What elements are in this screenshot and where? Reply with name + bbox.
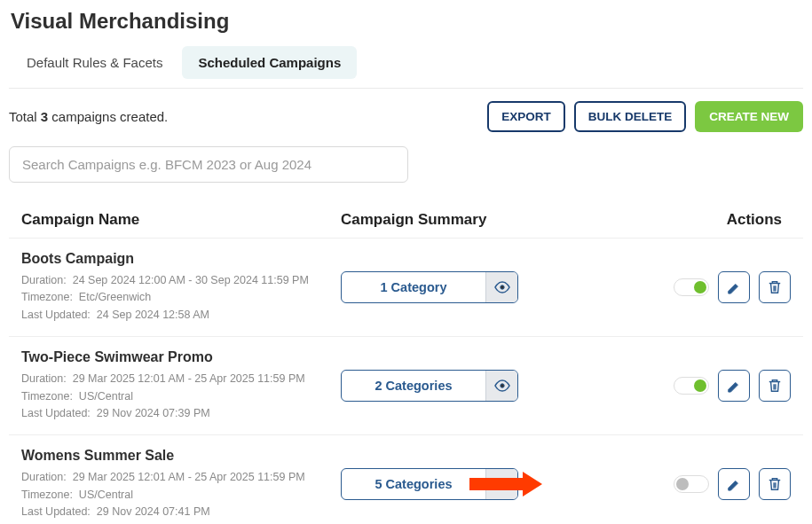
annotation-arrow-icon — [469, 472, 542, 497]
search-input[interactable] — [9, 146, 408, 183]
campaign-timezone: Timezone: US/Central — [21, 487, 341, 504]
table-header: Campaign Name Campaign Summary Actions — [9, 202, 803, 239]
delete-button[interactable] — [759, 370, 791, 402]
campaign-name: Womens Summer Sale — [21, 448, 341, 464]
campaign-timezone: Timezone: Etc/Greenwich — [21, 289, 341, 306]
eye-icon[interactable] — [485, 272, 517, 302]
table-row: Boots Campaign Duration: 24 Sep 2024 12:… — [9, 239, 803, 337]
table-row: Womens Summer Sale Duration: 29 Mar 2025… — [9, 435, 803, 524]
campaign-duration: Duration: 29 Mar 2025 12:01 AM - 25 Apr … — [21, 469, 341, 486]
campaign-summary-cell: 2 Categories — [341, 370, 554, 402]
bulk-delete-button[interactable]: BULK DELETE — [574, 101, 687, 132]
campaign-last-updated: Last Updated: 29 Nov 2024 07:39 PM — [21, 405, 341, 422]
enable-toggle[interactable] — [674, 377, 709, 395]
count-value: 3 — [41, 109, 48, 124]
tabs: Default Rules & Facets Scheduled Campaig… — [11, 46, 803, 79]
col-header-actions: Actions — [554, 211, 791, 229]
campaign-count-text: Total 3 campaigns created. — [9, 109, 168, 124]
campaign-duration: Duration: 24 Sep 2024 12:00 AM - 30 Sep … — [21, 272, 341, 289]
campaign-info: Womens Summer Sale Duration: 29 Mar 2025… — [21, 448, 341, 520]
pencil-icon — [727, 379, 741, 393]
summary-pill[interactable]: 1 Category — [341, 271, 518, 303]
campaign-info: Two-Piece Swimwear Promo Duration: 29 Ma… — [21, 349, 341, 422]
col-header-name: Campaign Name — [21, 211, 341, 229]
divider — [9, 88, 803, 89]
eye-icon[interactable] — [485, 371, 517, 401]
page-title: Visual Merchandising — [11, 9, 803, 34]
edit-button[interactable] — [718, 271, 750, 303]
tab-scheduled-campaigns[interactable]: Scheduled Campaigns — [182, 46, 357, 79]
summary-text: 5 Categories — [342, 469, 485, 499]
trash-icon — [768, 379, 782, 393]
create-new-button[interactable]: CREATE NEW — [695, 101, 803, 132]
summary-pill[interactable]: 2 Categories — [341, 370, 518, 402]
enable-toggle[interactable] — [674, 278, 709, 296]
tab-default-rules[interactable]: Default Rules & Facets — [11, 46, 178, 79]
actions-cell — [554, 468, 791, 500]
campaign-name: Boots Campaign — [21, 251, 341, 267]
campaign-duration: Duration: 29 Mar 2025 12:01 AM - 25 Apr … — [21, 371, 341, 387]
trash-icon — [768, 477, 782, 491]
col-header-summary: Campaign Summary — [341, 211, 554, 229]
campaign-timezone: Timezone: US/Central — [21, 388, 341, 405]
edit-button[interactable] — [718, 468, 750, 500]
count-suffix: campaigns created. — [48, 109, 168, 124]
campaign-info: Boots Campaign Duration: 24 Sep 2024 12:… — [21, 251, 341, 324]
edit-button[interactable] — [718, 370, 750, 402]
top-actions: EXPORT BULK DELETE CREATE NEW — [487, 101, 803, 132]
campaign-last-updated: Last Updated: 24 Sep 2024 12:58 AM — [21, 307, 341, 324]
pencil-icon — [727, 477, 741, 491]
count-prefix: Total — [9, 109, 41, 124]
actions-cell — [554, 370, 791, 402]
export-button[interactable]: EXPORT — [487, 101, 565, 132]
pencil-icon — [727, 280, 741, 294]
summary-text: 1 Category — [342, 272, 485, 302]
delete-button[interactable] — [759, 271, 791, 303]
trash-icon — [768, 280, 782, 294]
campaign-summary-cell: 1 Category — [341, 271, 554, 303]
campaign-last-updated: Last Updated: 29 Nov 2024 07:41 PM — [21, 504, 341, 520]
delete-button[interactable] — [759, 468, 791, 500]
campaign-name: Two-Piece Swimwear Promo — [21, 349, 341, 365]
summary-text: 2 Categories — [342, 371, 485, 401]
table-row: Two-Piece Swimwear Promo Duration: 29 Ma… — [9, 337, 803, 435]
actions-cell — [554, 271, 791, 303]
enable-toggle[interactable] — [674, 475, 709, 493]
